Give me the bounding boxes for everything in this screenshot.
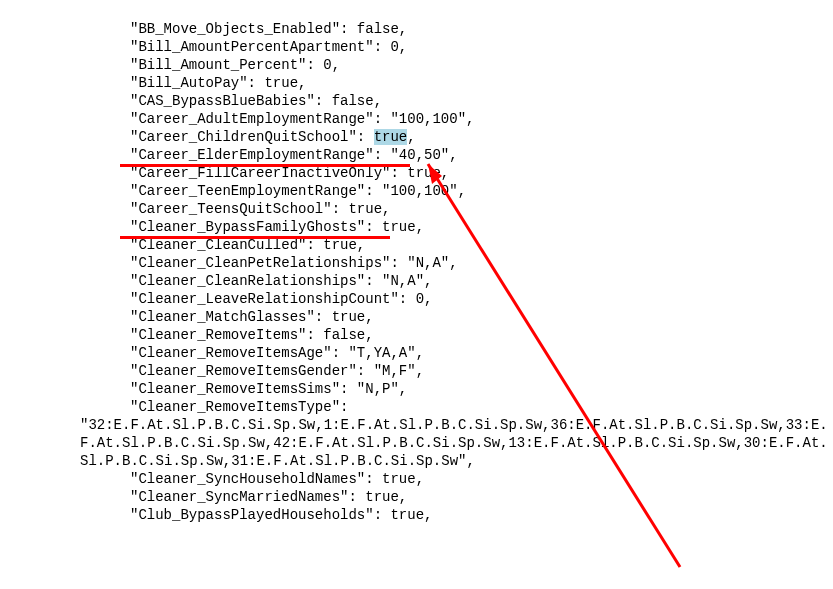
cfg-line: "Cleaner_MatchGlasses": true, — [130, 309, 374, 325]
cfg-line: "Club_BypassPlayedHouseholds": true, — [130, 507, 432, 523]
cfg-line: "BB_Move_Objects_Enabled": false, — [130, 21, 407, 37]
cfg-line: "Bill_Amount_Percent": 0, — [130, 57, 340, 73]
cfg-line: "Cleaner_SyncMarriedNames": true, — [130, 489, 407, 505]
cfg-line: "Cleaner_BypassFamilyGhosts": true, — [130, 219, 424, 235]
cfg-line: "Cleaner_RemoveItems": false, — [130, 327, 374, 343]
cfg-line: "Cleaner_SyncHouseholdNames": true, — [130, 471, 424, 487]
underline-children-quit — [120, 164, 410, 167]
cfg-line: "Cleaner_RemoveItemsAge": "T,YA,A", — [130, 345, 424, 361]
cfg-line: "Cleaner_CleanCulled": true, — [130, 237, 365, 253]
config-json-text: "BB_Move_Objects_Enabled": false, "Bill_… — [0, 0, 833, 524]
cfg-line: "Cleaner_RemoveItemsGender": "M,F", — [130, 363, 424, 379]
selected-value[interactable]: true — [374, 129, 408, 145]
cfg-line: "Career_TeenEmploymentRange": "100,100", — [130, 183, 466, 199]
cfg-line: "Cleaner_LeaveRelationshipCount": 0, — [130, 291, 432, 307]
cfg-line: "Career_FillCareerInactiveOnly": true, — [130, 165, 449, 181]
cfg-line-children-quit: "Career_ChildrenQuitSchool": true, — [130, 129, 416, 145]
cfg-line: "Cleaner_CleanPetRelationships": "N,A", — [130, 255, 458, 271]
cfg-line-teens-quit: "Career_TeensQuitSchool": true, — [130, 201, 390, 217]
cfg-line: "Bill_AmountPercentApartment": 0, — [130, 39, 407, 55]
cfg-line: "Career_ElderEmploymentRange": "40,50", — [130, 147, 458, 163]
underline-teens-quit — [120, 236, 390, 239]
cfg-line: "Cleaner_RemoveItemsType": — [130, 399, 348, 415]
cfg-line: "Cleaner_RemoveItemsSims": "N,P", — [130, 381, 407, 397]
cfg-line: "CAS_BypassBlueBabies": false, — [130, 93, 382, 109]
cfg-line: "Bill_AutoPay": true, — [130, 75, 306, 91]
cfg-line-remove-items-type-value: "32:E.F.At.Sl.P.B.C.Si.Sp.Sw,1:E.F.At.Sl… — [80, 416, 833, 470]
cfg-line: "Cleaner_CleanRelationships": "N,A", — [130, 273, 432, 289]
cfg-line: "Career_AdultEmploymentRange": "100,100"… — [130, 111, 474, 127]
